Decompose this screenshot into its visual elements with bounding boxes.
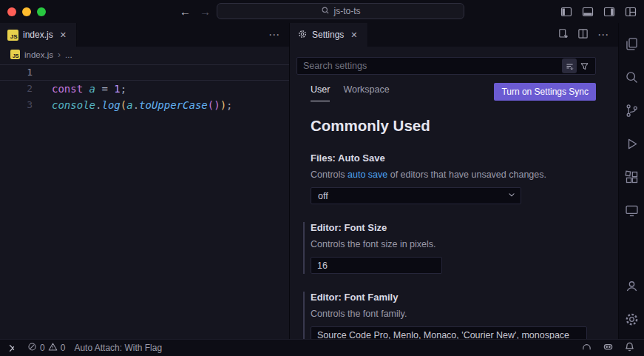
javascript-file-icon: JS xyxy=(10,50,20,59)
editor-group-left: JS index.js ✕ ⋯ JS index.js › ... 1 xyxy=(0,23,290,339)
open-settings-json-icon[interactable] xyxy=(557,28,569,41)
code-text: const a = 1; xyxy=(52,81,126,97)
code-token: ; xyxy=(121,83,126,95)
breadcrumb[interactable]: JS index.js › ... xyxy=(0,47,289,62)
filter-funnel-icon[interactable] xyxy=(577,58,592,73)
forward-icon[interactable]: → xyxy=(200,5,211,18)
back-icon[interactable]: ← xyxy=(180,5,191,18)
source-control-icon xyxy=(624,103,640,118)
command-center-value: js-to-ts xyxy=(334,6,361,16)
more-actions-icon[interactable]: ⋯ xyxy=(268,28,280,41)
sidebar-item-explorer[interactable] xyxy=(619,27,644,61)
search-icon xyxy=(624,70,640,85)
activity-bar xyxy=(618,23,644,339)
settings-scope-tabs: User Workspace Turn on Settings Sync xyxy=(311,83,596,103)
auto-attach-status[interactable]: Auto Attach: With Flag xyxy=(70,340,166,356)
copilot-icon[interactable] xyxy=(603,341,614,355)
breadcrumb-separator: › xyxy=(58,50,61,60)
setting-title: Editor: Font Family xyxy=(311,292,596,303)
code-token: ) xyxy=(214,99,220,111)
code-token: . xyxy=(133,99,139,111)
tab-workspace[interactable]: Workspace xyxy=(343,84,389,101)
gear-icon xyxy=(297,29,308,41)
sidebar-item-settings[interactable] xyxy=(619,303,644,336)
close-icon[interactable]: ✕ xyxy=(58,30,69,41)
vscode-window: ← → js-to-ts xyxy=(0,0,644,356)
ports-icon[interactable] xyxy=(581,341,592,355)
line-number: 3 xyxy=(0,97,33,113)
code-line-2: 2const a = 1; xyxy=(0,81,289,97)
setting-title: Editor: Font Size xyxy=(311,222,596,233)
run-debug-icon xyxy=(624,136,640,152)
code-token: 1 xyxy=(114,83,120,95)
code-token: a xyxy=(89,83,95,95)
desc-text: of editors that have unsaved changes. xyxy=(387,169,546,180)
split-editor-icon[interactable] xyxy=(577,28,589,41)
setting-editor-font-family: Editor: Font Family Controls the font fa… xyxy=(303,292,596,339)
auto-save-value: off xyxy=(318,191,328,201)
extensions-icon xyxy=(624,169,640,185)
breadcrumb-file[interactable]: index.js xyxy=(24,50,53,59)
error-count: 0 xyxy=(40,343,45,353)
history-nav: ← → xyxy=(180,0,211,23)
right-tab-actions: ⋯ xyxy=(557,23,618,47)
sidebar-item-search[interactable] xyxy=(619,61,644,94)
setting-description: Controls auto save of editors that have … xyxy=(311,169,596,180)
font-size-input[interactable] xyxy=(311,257,442,274)
settings-search-input[interactable] xyxy=(303,61,562,71)
warning-count: 0 xyxy=(61,343,66,353)
code-token: console xyxy=(52,99,95,111)
right-tabbar: Settings ✕ ⋯ xyxy=(290,23,618,47)
customize-layout-icon[interactable] xyxy=(625,6,637,18)
close-icon[interactable]: ✕ xyxy=(348,30,359,41)
code-editor[interactable]: 1 2const a = 1; 3console.log(a.toUpperCa… xyxy=(0,62,289,339)
remote-indicator[interactable] xyxy=(6,340,23,356)
toggle-panel-icon[interactable] xyxy=(582,6,594,18)
filter-lines-icon[interactable] xyxy=(562,58,577,73)
sidebar-item-extensions[interactable] xyxy=(619,161,644,194)
font-family-input[interactable] xyxy=(311,326,587,339)
setting-editor-font-size: Editor: Font Size Controls the font size… xyxy=(303,222,596,274)
sidebar-item-source-control[interactable] xyxy=(619,94,644,127)
breadcrumb-more[interactable]: ... xyxy=(65,50,72,59)
javascript-file-icon: JS xyxy=(7,30,18,41)
code-token: ( xyxy=(208,99,214,111)
editor-group-right: Settings ✕ ⋯ xyxy=(290,23,618,339)
turn-on-settings-sync-button[interactable]: Turn on Settings Sync xyxy=(494,83,596,101)
error-icon xyxy=(27,342,37,354)
warning-icon xyxy=(48,342,58,354)
settings-search-bar xyxy=(296,57,596,75)
remote-explorer-icon xyxy=(624,203,640,218)
sidebar-item-accounts[interactable] xyxy=(619,269,644,303)
code-token: toUpperCase xyxy=(139,99,208,111)
toggle-secondary-sidebar-icon[interactable] xyxy=(603,6,615,18)
tab-label: Settings xyxy=(312,30,344,40)
tab-index-js[interactable]: JS index.js ✕ xyxy=(0,23,77,47)
sidebar-item-run-debug[interactable] xyxy=(619,127,644,161)
line-number: 2 xyxy=(0,81,33,97)
sidebar-item-remote-explorer[interactable] xyxy=(619,194,644,227)
desc-text: Controls xyxy=(311,169,348,180)
auto-save-dropdown[interactable]: off xyxy=(311,187,521,204)
macos-close-button[interactable] xyxy=(7,7,16,16)
setting-description: Controls the font size in pixels. xyxy=(311,239,596,249)
layout-controls xyxy=(560,0,637,23)
toggle-primary-sidebar-icon[interactable] xyxy=(560,6,572,18)
account-icon xyxy=(624,278,640,294)
problems-indicator[interactable]: 0 0 xyxy=(23,340,70,356)
code-token: ; xyxy=(226,99,232,111)
bell-icon[interactable] xyxy=(624,341,635,355)
code-token: ( xyxy=(121,99,126,111)
command-center-search[interactable]: js-to-ts xyxy=(217,3,464,19)
status-bar: 0 0 Auto Attach: With Flag xyxy=(0,339,644,356)
tab-user[interactable]: User xyxy=(311,84,330,101)
tab-settings[interactable]: Settings ✕ xyxy=(290,23,368,47)
code-line-3: 3console.log(a.toUpperCase()); xyxy=(0,97,289,113)
code-text: console.log(a.toUpperCase()); xyxy=(52,97,233,113)
macos-zoom-button[interactable] xyxy=(37,7,46,16)
auto-save-link[interactable]: auto save xyxy=(348,169,387,180)
files-icon xyxy=(624,36,640,52)
macos-minimize-button[interactable] xyxy=(22,7,31,16)
more-actions-icon[interactable]: ⋯ xyxy=(597,28,609,41)
workbench: JS index.js ✕ ⋯ JS index.js › ... 1 xyxy=(0,23,644,339)
